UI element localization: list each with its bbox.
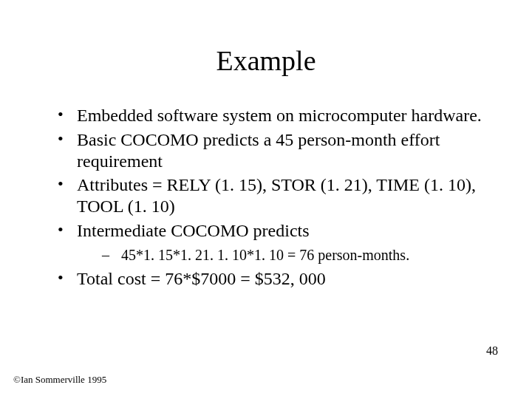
bullet-item: Basic COCOMO predicts a 45 person-month … (58, 129, 488, 172)
bullet-item: Intermediate COCOMO predicts 45*1. 15*1.… (58, 220, 488, 264)
sub-bullet-item: 45*1. 15*1. 21. 1. 10*1. 10 = 76 person-… (102, 246, 488, 264)
bullet-item: Embedded software system on microcompute… (58, 105, 488, 126)
bullet-item: Attributes = RELY (1. 15), STOR (1. 21),… (58, 174, 488, 217)
slide: Example Embedded software system on micr… (0, 0, 532, 399)
copyright: ©Ian Sommerville 1995 (13, 374, 106, 386)
sub-bullet-list: 45*1. 15*1. 21. 1. 10*1. 10 = 76 person-… (77, 246, 488, 264)
bullet-item: Total cost = 76*$7000 = $532, 000 (58, 268, 488, 290)
bullet-text: Attributes = RELY (1. 15), STOR (1. 21),… (77, 175, 476, 216)
bullet-text: Total cost = 76*$7000 = $532, 000 (77, 269, 326, 288)
bullet-list: Embedded software system on microcompute… (44, 105, 488, 290)
sub-bullet-text: 45*1. 15*1. 21. 1. 10*1. 10 = 76 person-… (121, 247, 409, 263)
bullet-text: Embedded software system on microcompute… (77, 106, 482, 125)
page-number: 48 (486, 344, 498, 358)
slide-title: Example (44, 44, 488, 77)
bullet-text: Intermediate COCOMO predicts (77, 221, 310, 240)
bullet-text: Basic COCOMO predicts a 45 person-month … (77, 130, 440, 171)
